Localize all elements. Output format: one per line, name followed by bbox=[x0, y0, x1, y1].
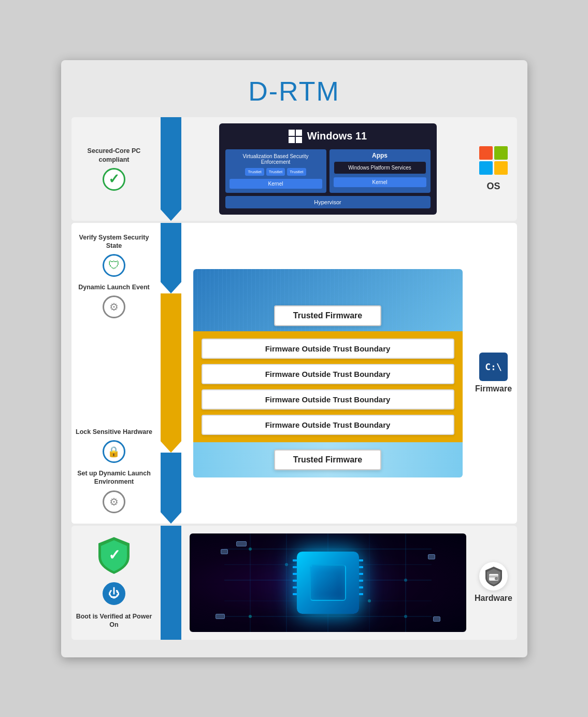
shield-icon-green: ✓ bbox=[96, 536, 132, 575]
verify-label: Verify System Security State bbox=[76, 233, 153, 250]
outside-trust-2: Firmware Outside Trust Boundary bbox=[202, 364, 454, 384]
outside-trust-1: Firmware Outside Trust Boundary bbox=[202, 339, 454, 359]
setup-label: Set up Dynamic Launch Environment bbox=[76, 469, 153, 486]
setup-item: Set up Dynamic Launch Environment ⚙ bbox=[76, 469, 153, 513]
os-right: Windows 11 Virtualization Based Security… bbox=[185, 117, 470, 221]
blue-bar-fw-top bbox=[161, 223, 181, 282]
chip-pin-r6 bbox=[359, 593, 363, 595]
lock-item: Lock Sensitive Hardware 🔒 bbox=[76, 428, 152, 463]
outside-trust-4-label: Firmware Outside Trust Boundary bbox=[265, 420, 391, 429]
svg-point-20 bbox=[404, 615, 407, 618]
hw-right bbox=[185, 526, 470, 640]
firmware-label-text: Firmware bbox=[475, 384, 512, 393]
svg-rect-2 bbox=[289, 137, 295, 143]
windows-title-text: Windows 11 bbox=[307, 130, 367, 142]
chip-pin-r5 bbox=[359, 586, 363, 588]
windows-title-bar: Windows 11 bbox=[225, 130, 431, 143]
fw-bottom-blue-area: Trusted Firmware bbox=[193, 442, 463, 477]
hardware-label-text: Hardware bbox=[475, 594, 512, 603]
cmd-icon: C:\ bbox=[479, 353, 508, 381]
lock-label: Lock Sensitive Hardware bbox=[76, 428, 152, 436]
check-circle: ✓ bbox=[103, 168, 125, 191]
main-chip bbox=[297, 552, 359, 614]
microsoft-logo-icon bbox=[479, 146, 508, 175]
fw-icon-col: C:\ Firmware bbox=[470, 223, 517, 524]
verify-circle: 🛡 bbox=[103, 254, 125, 277]
os-label-item: Secured-Core PC compliant ✓ bbox=[76, 147, 153, 191]
chip-pin-r4 bbox=[359, 580, 363, 582]
chip-pin-r2 bbox=[359, 566, 363, 568]
os-compliant-label: Secured-Core PC compliant bbox=[76, 147, 153, 164]
apps-cell: Apps Windows Platform Services Kernel bbox=[329, 149, 431, 193]
hardware-section: ✓ ⏻ Boot is Verified at Power On bbox=[71, 526, 517, 640]
fw-top-blue-area: Trusted Firmware bbox=[193, 269, 463, 331]
fw-yellow-area: Firmware Outside Trust Boundary Firmware… bbox=[193, 331, 463, 442]
chip-pin-l3 bbox=[293, 573, 297, 575]
svg-rect-0 bbox=[289, 130, 295, 136]
ms-green bbox=[494, 146, 508, 160]
power-icon: ⏻ bbox=[108, 587, 120, 600]
gear-circle-2: ⚙ bbox=[103, 490, 125, 513]
svg-point-17 bbox=[368, 599, 371, 602]
component-2 bbox=[236, 541, 247, 546]
ms-red bbox=[479, 146, 493, 160]
wps-label: Windows Platform Services bbox=[348, 165, 411, 171]
yellow-bar-fw bbox=[161, 293, 181, 442]
svg-point-19 bbox=[249, 615, 252, 618]
chip-pin-l2 bbox=[293, 566, 297, 568]
blue-chevron-fw bbox=[161, 282, 181, 293]
vbs-cell: Virtualization Based Security Enforcemen… bbox=[225, 149, 326, 193]
gear-icon-1: ⚙ bbox=[109, 301, 119, 313]
hw-left: ✓ ⏻ Boot is Verified at Power On bbox=[71, 526, 157, 640]
fw-right: Trusted Firmware Firmware Outside Trust … bbox=[185, 223, 470, 524]
vbs-label: Virtualization Based Security Enforcemen… bbox=[230, 153, 322, 165]
outside-trust-2-label: Firmware Outside Trust Boundary bbox=[265, 370, 391, 378]
os-center-col bbox=[157, 117, 185, 221]
os-section: Secured-Core PC compliant ✓ bbox=[71, 117, 517, 221]
checkmark-icon: ✓ bbox=[108, 171, 120, 187]
svg-rect-1 bbox=[296, 130, 302, 136]
dynamic-launch-label: Dynamic Launch Event bbox=[78, 283, 150, 291]
windows-grid: Virtualization Based Security Enforcemen… bbox=[225, 149, 431, 193]
blue-bar-os bbox=[161, 117, 181, 209]
component-1 bbox=[221, 549, 228, 554]
blue-bar-fw-bottom bbox=[161, 453, 181, 512]
svg-point-15 bbox=[249, 547, 252, 551]
outside-trust-4: Firmware Outside Trust Boundary bbox=[202, 415, 454, 435]
firmware-section: Verify System Security State 🛡 Dynamic L… bbox=[71, 223, 517, 524]
os-icon-col: OS bbox=[470, 117, 517, 221]
component-3 bbox=[428, 554, 435, 559]
trustlet3: Trustlet bbox=[287, 168, 306, 176]
yellow-chevron-fw bbox=[161, 441, 181, 453]
trusted-firmware-top-box: Trusted Firmware bbox=[274, 305, 381, 326]
page-title: D-RTM bbox=[71, 71, 517, 117]
os-label-text: OS bbox=[486, 181, 500, 192]
trusted-firmware-bottom-box: Trusted Firmware bbox=[274, 449, 381, 470]
chip-pin-l1 bbox=[293, 559, 297, 561]
chip-core bbox=[310, 565, 346, 601]
outside-trust-3: Firmware Outside Trust Boundary bbox=[202, 389, 454, 410]
main-container: D-RTM Secured-Core PC compliant ✓ bbox=[61, 60, 527, 657]
apps-label: Apps bbox=[334, 152, 426, 159]
windows-logo-icon bbox=[289, 130, 302, 143]
chip-pin-r1 bbox=[359, 559, 363, 561]
trustlet2: Trustlet bbox=[266, 168, 285, 176]
shield-check-icon: 🛡 bbox=[108, 259, 120, 272]
outside-trust-3-label: Firmware Outside Trust Boundary bbox=[265, 395, 391, 404]
dynamic-launch-item: Dynamic Launch Event ⚙ bbox=[78, 283, 150, 318]
windows-box: Windows 11 Virtualization Based Security… bbox=[219, 123, 437, 215]
svg-text:✓: ✓ bbox=[108, 547, 120, 563]
outside-trust-1-label: Firmware Outside Trust Boundary bbox=[265, 344, 391, 353]
wps-cell: Windows Platform Services bbox=[334, 161, 426, 174]
chip-pin-l6 bbox=[293, 593, 297, 595]
chip-pin-l4 bbox=[293, 580, 297, 582]
kernel2: Kernel bbox=[334, 177, 426, 187]
svg-point-24 bbox=[496, 577, 499, 580]
hardware-shield-icon bbox=[484, 566, 504, 587]
trustlet1: Trustlet bbox=[245, 168, 264, 176]
hw-shield-circle bbox=[479, 562, 508, 591]
ms-blue bbox=[479, 161, 493, 175]
lock-circle: 🔒 bbox=[103, 440, 125, 463]
chip-pin-l5 bbox=[293, 586, 297, 588]
kernel1: Kernel bbox=[230, 179, 322, 189]
